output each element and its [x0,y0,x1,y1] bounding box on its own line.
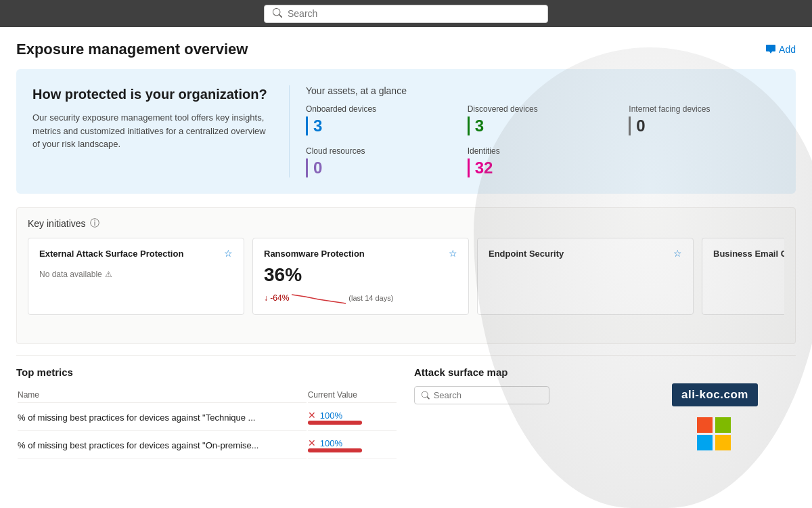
warning-icon-external: ⚠ [105,270,112,279]
asset-cloud-label: Cloud resources [306,146,457,156]
initiative-card-external[interactable]: External Attack Surface Protection ☆ No … [28,238,244,315]
no-data-external: No data available ⚠ [39,270,233,279]
info-icon: ⓘ [90,217,99,230]
asset-discovered-label: Discovered devices [468,104,618,114]
initiative-name-endpoint: Endpoint Security [489,249,564,259]
search-icon [273,8,282,20]
search-input[interactable] [288,8,539,19]
overview-right: Your assets, at a glance Onboarded devic… [290,85,780,177]
col-value: Current Value [308,387,397,403]
progress-bar-wrap-1 [308,421,362,425]
initiative-card-header-ransomware: Ransomware Protection ☆ [264,248,457,259]
metric-value-wrap-1: ✕ 100% [308,410,397,421]
assets-grid: Onboarded devices 3 Discovered devices 3… [306,104,780,177]
progress-bar-wrap-2 [308,448,362,452]
metric-val-1: 100% [320,410,342,421]
initiative-name-external: External Attack Surface Protection [39,249,183,259]
metric-value-wrap-2: ✕ 100% [308,438,397,448]
main-content: Exposure management overview Add How pro… [0,27,812,508]
star-icon-endpoint[interactable]: ☆ [673,248,682,259]
global-search-bar[interactable] [264,5,548,23]
asset-discovered-devices: Discovered devices 3 [468,104,618,135]
initiative-card-header-endpoint: Endpoint Security ☆ [489,248,682,259]
key-initiatives-section: Key initiatives ⓘ External Attack Surfac… [16,207,796,344]
asset-identities-value: 32 [468,158,618,177]
page-title: Exposure management overview [16,41,248,58]
asset-identities: Identities 32 [468,146,618,177]
progress-bar-1 [308,421,362,425]
trend-period: (last 14 days) [348,294,393,302]
initiative-card-header-email: Business Email Comprom... ☆ [713,248,784,259]
add-label: Add [779,44,796,55]
metric-value-cell-2: ✕ 100% [308,432,397,459]
overview-question: How protected is your organization? [32,85,273,103]
asset-identities-label: Identities [468,146,618,156]
asset-internet-value: 0 [629,117,780,135]
asset-internet-label: Internet facing devices [629,104,780,114]
section-header-initiatives: Key initiatives ⓘ [28,217,784,230]
initiatives-row: External Attack Surface Protection ☆ No … [28,238,784,315]
top-bar [0,0,812,27]
metrics-table: Name Current Value % of missing best pra… [16,386,398,460]
attack-search-bar[interactable] [414,386,549,404]
trend-arrow: ↓ -64% [264,293,289,303]
metric-val-2: 100% [320,438,342,448]
initiative-name-ransomware: Ransomware Protection [264,249,365,259]
table-row: % of missing best practices for devices … [18,404,397,431]
error-icon-1: ✕ [308,410,316,421]
attack-surface-section: Attack surface map [414,366,796,460]
section-divider [16,355,796,356]
initiative-card-endpoint[interactable]: Endpoint Security ☆ [477,238,694,315]
star-icon-external[interactable]: ☆ [224,248,233,259]
asset-internet-facing: Internet facing devices 0 [629,104,780,135]
attack-search-input[interactable] [434,390,542,400]
overview-left: How protected is your organization? Our … [32,85,290,177]
table-row: % of missing best practices for devices … [18,432,397,459]
key-initiatives-label: Key initiatives [28,218,86,229]
col-name: Name [18,387,307,403]
progress-bar-2 [308,448,362,452]
trend-chart [292,291,346,305]
asset-onboarded-value: 3 [306,117,457,135]
asset-onboarded-devices: Onboarded devices 3 [306,104,457,135]
attack-title: Attack surface map [414,366,796,378]
initiative-card-header-external: External Attack Surface Protection ☆ [39,248,233,259]
initiative-value-ransomware: 36% [264,264,457,286]
metrics-title: Top metrics [16,366,398,378]
metric-name-2: % of missing best practices for devices … [18,432,307,459]
metric-value-cell-1: ✕ 100% [308,404,397,431]
asset-discovered-value: 3 [468,117,618,135]
attack-search-icon [422,391,430,400]
chat-icon [765,44,776,55]
add-button[interactable]: Add [765,44,796,55]
overview-card: How protected is your organization? Our … [16,69,796,194]
error-icon-2: ✕ [308,438,316,448]
initiative-name-email: Business Email Comprom... [713,249,784,259]
top-metrics-section: Top metrics Name Current Value % of miss… [16,366,398,460]
asset-onboarded-label: Onboarded devices [306,104,457,114]
asset-cloud-resources: Cloud resources 0 [306,146,457,177]
star-icon-ransomware[interactable]: ☆ [449,248,457,259]
overview-description: Our security exposure management tool of… [32,111,273,151]
assets-title: Your assets, at a glance [306,85,780,96]
metric-name-1: % of missing best practices for devices … [18,404,307,431]
two-col-layout: Top metrics Name Current Value % of miss… [16,366,796,460]
page-header: Exposure management overview Add [16,41,796,58]
initiative-card-email[interactable]: Business Email Comprom... ☆ [702,238,784,315]
asset-cloud-value: 0 [306,158,457,177]
initiative-card-ransomware[interactable]: Ransomware Protection ☆ 36% ↓ -64% (last… [252,238,469,315]
trend-ransomware: ↓ -64% (last 14 days) [264,291,457,305]
